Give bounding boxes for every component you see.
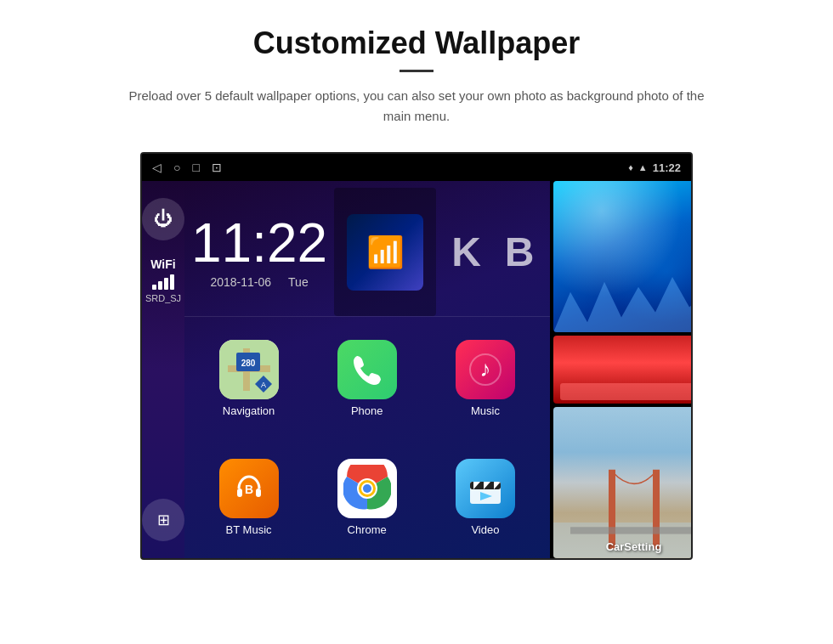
app-bt-music[interactable]: B BT Music [191, 439, 306, 555]
k-letter: K [451, 229, 481, 275]
chrome-icon-img [337, 459, 397, 518]
music-now-playing-widget: 📶 [334, 188, 436, 316]
k-widget: K [443, 188, 490, 316]
music-svg: ♪ [468, 353, 502, 387]
b-widget: B [496, 188, 543, 316]
radio-signal-icon: 📶 [366, 234, 405, 270]
clock-date-value: 2018-11-06 [210, 275, 271, 289]
wifi-bar-1 [152, 285, 156, 290]
wifi-bar-3 [164, 278, 168, 290]
video-icon-img [456, 459, 515, 518]
status-bar-left: ◁ ○ □ ⊡ [152, 161, 222, 174]
svg-point-16 [363, 484, 371, 493]
app-music[interactable]: ♪ Music [428, 320, 542, 436]
showcase-container: ◁ ○ □ ⊡ ♦ ▲ 11:22 ⏻ WiFi [0, 144, 833, 577]
svg-rect-10 [256, 489, 261, 497]
wifi-widget: WiFi SRD_SJ [145, 257, 181, 303]
title-divider [400, 70, 434, 72]
svg-text:280: 280 [241, 359, 255, 368]
clock-widget: 11:22 2018-11-06 Tue [191, 188, 327, 316]
video-svg [467, 470, 504, 507]
navigation-icon-img: 280 A [219, 340, 279, 399]
clock-day-value: Tue [288, 275, 309, 289]
page-subtitle: Preload over 5 default wallpaper options… [119, 86, 714, 127]
svg-text:A: A [261, 381, 266, 389]
red-bar [560, 383, 694, 400]
svg-text:♪: ♪ [479, 356, 490, 381]
wifi-label: WiFi [145, 257, 181, 271]
home-icon[interactable]: ○ [173, 161, 180, 174]
svg-text:B: B [245, 483, 253, 496]
b-letter: B [505, 229, 535, 275]
music-icon-bg: 📶 [347, 214, 423, 291]
bt-icon-img: B [219, 459, 279, 518]
music-label: Music [471, 404, 500, 417]
wifi-bar-2 [158, 281, 162, 290]
wifi-status-icon: ▲ [638, 162, 648, 172]
clock-date: 2018-11-06 Tue [210, 275, 308, 289]
navigation-svg: 280 A [219, 340, 279, 399]
navigation-label: Navigation [223, 404, 275, 417]
bt-svg: B [232, 472, 266, 506]
music-icon-img: ♪ [456, 340, 515, 399]
wallpaper-panel: CarSetting [553, 181, 694, 558]
location-icon: ♦ [628, 162, 633, 172]
app-grid: 280 A Navigation [184, 317, 550, 558]
header-section: Customized Wallpaper Preload over 5 defa… [0, 0, 833, 144]
carsetting-label: CarSetting [553, 540, 694, 553]
wifi-bar-4 [170, 274, 174, 290]
status-bar: ◁ ○ □ ⊡ ♦ ▲ 11:22 [142, 154, 691, 181]
phone-svg [350, 353, 384, 387]
sidebar-top: ⏻ WiFi SRD_SJ [142, 198, 184, 303]
app-video[interactable]: Video [428, 439, 542, 555]
wallpaper-thumb-red[interactable] [553, 336, 694, 404]
svg-rect-29 [570, 528, 694, 534]
sidebar: ⏻ WiFi SRD_SJ ⊞ [142, 181, 184, 558]
main-area: 11:22 2018-11-06 Tue 📶 K [184, 181, 550, 558]
video-label: Video [471, 523, 499, 536]
device-frame: ◁ ○ □ ⊡ ♦ ▲ 11:22 ⏻ WiFi [140, 152, 693, 560]
screen-content: ⏻ WiFi SRD_SJ ⊞ [142, 181, 691, 558]
recents-icon[interactable]: □ [192, 161, 199, 174]
apps-grid-icon: ⊞ [157, 511, 170, 529]
page-title: Customized Wallpaper [68, 25, 765, 61]
phone-icon-img [337, 340, 397, 399]
bt-music-label: BT Music [226, 523, 272, 536]
phone-label: Phone [351, 404, 383, 417]
svg-rect-28 [653, 470, 660, 549]
svg-rect-27 [609, 470, 615, 549]
wallpaper-thumb-ice[interactable] [553, 181, 694, 332]
app-navigation[interactable]: 280 A Navigation [191, 320, 306, 436]
screenshot-icon[interactable]: ⊡ [212, 161, 222, 174]
clock-area: 11:22 2018-11-06 Tue 📶 K [184, 181, 550, 317]
status-bar-right: ♦ ▲ 11:22 [628, 161, 681, 174]
svg-rect-9 [237, 489, 242, 497]
back-icon[interactable]: ◁ [152, 161, 162, 174]
apps-grid-button[interactable]: ⊞ [142, 499, 184, 541]
power-icon: ⏻ [154, 208, 173, 230]
power-button[interactable]: ⏻ [142, 198, 184, 240]
wallpaper-thumb-bridge[interactable]: CarSetting [553, 407, 694, 558]
ice-spikes-svg [553, 272, 694, 332]
wifi-bars [145, 274, 181, 290]
app-chrome[interactable]: Chrome [309, 439, 424, 555]
app-phone[interactable]: Phone [309, 320, 424, 436]
status-time: 11:22 [653, 161, 681, 174]
chrome-label: Chrome [348, 523, 387, 536]
chrome-svg [343, 465, 391, 512]
svg-marker-25 [553, 277, 694, 332]
wifi-ssid: SRD_SJ [145, 293, 181, 303]
clock-time: 11:22 [191, 216, 327, 270]
